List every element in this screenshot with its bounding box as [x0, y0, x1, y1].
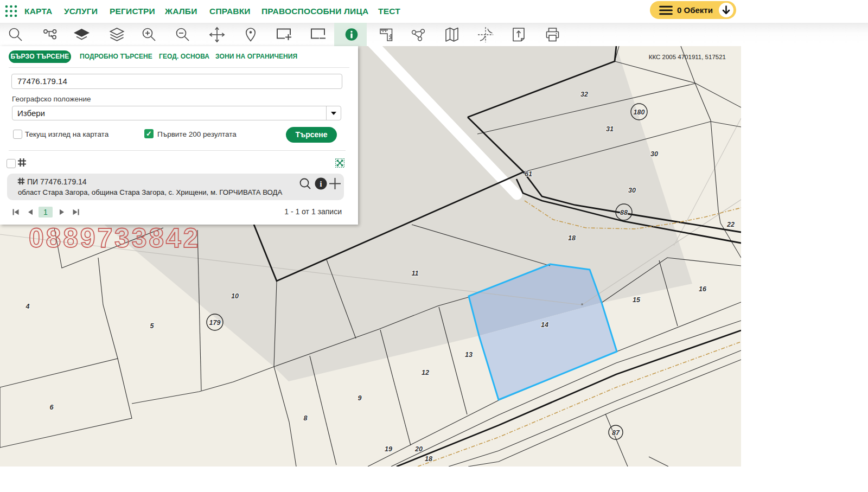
- svg-text:ККС 2005 4701911, 517521: ККС 2005 4701911, 517521: [649, 54, 726, 60]
- svg-text:9: 9: [358, 394, 362, 402]
- svg-text:30: 30: [628, 187, 636, 194]
- svg-text:18: 18: [568, 234, 576, 242]
- svg-text:11: 11: [412, 270, 419, 277]
- svg-text:19: 19: [385, 445, 392, 453]
- svg-text:18: 18: [425, 455, 432, 463]
- svg-text:31: 31: [606, 125, 614, 133]
- svg-text:16: 16: [699, 285, 707, 293]
- svg-text:179: 179: [209, 319, 221, 327]
- svg-text:20: 20: [414, 445, 423, 453]
- svg-text:61: 61: [525, 170, 532, 178]
- svg-text:5: 5: [150, 322, 155, 330]
- svg-text:4: 4: [25, 303, 30, 310]
- svg-text:87: 87: [612, 429, 620, 437]
- svg-text:6: 6: [50, 404, 54, 411]
- svg-text:13: 13: [465, 351, 473, 359]
- svg-text:180: 180: [634, 108, 645, 116]
- svg-text:0889733842: 0889733842: [29, 223, 200, 253]
- svg-text:14: 14: [541, 321, 548, 329]
- svg-text:32: 32: [580, 91, 588, 98]
- svg-text:8: 8: [304, 414, 308, 422]
- svg-text:15: 15: [633, 296, 641, 304]
- svg-text:88: 88: [620, 209, 628, 216]
- svg-text:10: 10: [231, 292, 239, 300]
- svg-text:22: 22: [726, 221, 735, 228]
- svg-text:30: 30: [650, 150, 658, 158]
- svg-text:i: i: [320, 180, 322, 188]
- svg-text:12: 12: [422, 369, 429, 376]
